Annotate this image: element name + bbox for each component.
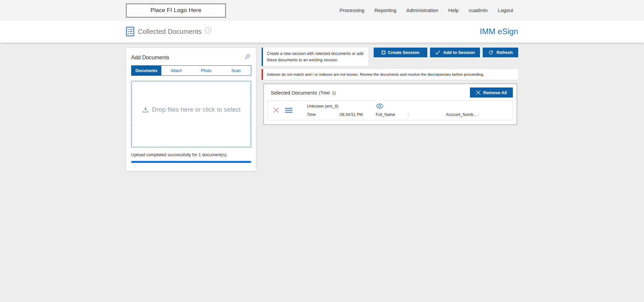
upload-status-text: Upload completed successfully for 1 docu… — [131, 152, 251, 157]
preview-eye-icon[interactable] — [376, 103, 408, 109]
create-session-label: Create Session — [388, 50, 420, 55]
add-to-session-button[interactable]: Add to Session — [430, 48, 480, 57]
selected-document-row: Unknown (eric_8) Time :08:34:51 PM Full_… — [268, 100, 513, 120]
document-name: Unknown (eric_8) — [307, 104, 376, 109]
download-icon — [142, 106, 149, 113]
nav-administration[interactable]: Administration — [407, 7, 438, 13]
page-title: Collected Documents — [138, 28, 202, 36]
tab-scan[interactable]: Scan — [221, 66, 251, 75]
index-warning-message: Indexes do not match and / or indexes ar… — [262, 69, 518, 80]
field-label-account-number: Account_Numb... : — [446, 112, 509, 117]
add-documents-title: Add Documents — [131, 53, 169, 61]
nav-processing[interactable]: Processing — [339, 7, 364, 13]
checkmark-icon — [435, 50, 440, 55]
remove-all-button[interactable]: Remove All — [470, 87, 513, 98]
selected-documents-total: (Total: 1) — [319, 90, 336, 95]
remove-document-icon[interactable] — [273, 107, 279, 113]
create-session-button[interactable]: Create Session — [374, 48, 427, 57]
refresh-label: Refresh — [496, 50, 513, 55]
selected-documents-panel: Selected Documents (Total: 1) Remove All — [263, 83, 517, 125]
tab-documents[interactable]: Documents — [131, 66, 161, 75]
add-documents-tabs: Documents Attach Photo Scan — [131, 65, 251, 76]
refresh-button[interactable]: Refresh — [483, 48, 518, 57]
square-icon — [382, 51, 385, 54]
x-icon — [476, 90, 481, 95]
field-label-fullname: Full_Name — [376, 112, 408, 117]
add-to-session-label: Add to Session — [443, 50, 475, 55]
drag-handle-icon[interactable] — [285, 108, 292, 113]
upload-progress-bar — [131, 161, 251, 163]
info-icon[interactable]: i — [205, 27, 211, 34]
esign-screen: Place FI Logo Here Processing Reporting … — [0, 0, 644, 302]
nav-logout[interactable]: Logout — [498, 7, 513, 13]
session-info-message: Create a new session with selected docum… — [262, 48, 368, 66]
nav-reporting[interactable]: Reporting — [374, 7, 396, 13]
nav-help[interactable]: Help — [448, 7, 459, 13]
add-documents-panel: Add Documents Documents Attach Photo Sca… — [126, 48, 256, 171]
top-navigation: Processing Reporting Administration Help… — [339, 7, 518, 13]
top-bar: Place FI Logo Here Processing Reporting … — [0, 0, 644, 20]
tab-attach[interactable]: Attach — [161, 66, 191, 75]
file-dropzone[interactable]: Drop files here or click to select — [131, 81, 251, 147]
page-header: Collected Documents i IMM eSign — [0, 20, 644, 43]
field-value-time: :08:34:51 PM — [339, 112, 376, 117]
field-label-time: Time — [307, 112, 339, 117]
collected-documents-icon — [126, 26, 135, 37]
field-value-fullname: : — [408, 112, 446, 117]
selected-documents-title: Selected Documents — [271, 90, 317, 96]
tab-photo[interactable]: Photo — [191, 66, 221, 75]
refresh-icon — [488, 50, 494, 55]
remove-all-label: Remove All — [483, 90, 507, 95]
fi-logo-placeholder: Place FI Logo Here — [126, 3, 226, 18]
nav-user-cuadmin[interactable]: cuadmin — [469, 7, 488, 13]
dropzone-label: Drop files here or click to select — [152, 106, 240, 113]
brand-imm-esign: IMM eSign — [480, 27, 518, 36]
upload-progress-fill — [131, 161, 251, 163]
pin-icon[interactable] — [244, 53, 251, 60]
